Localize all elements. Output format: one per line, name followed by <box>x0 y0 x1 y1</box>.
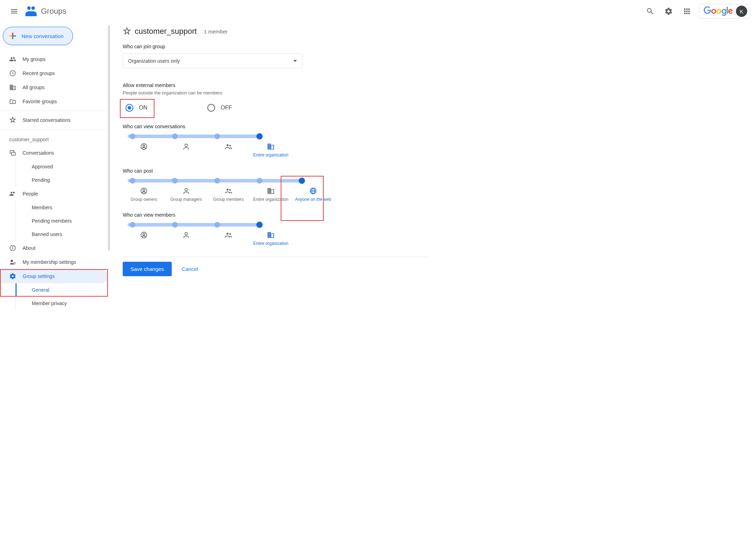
svg-rect-2 <box>12 33 13 36</box>
nav-all-groups[interactable]: All groups <box>0 80 108 94</box>
external-on-radio[interactable]: ON <box>126 104 147 112</box>
svg-point-16 <box>143 145 145 147</box>
org-icon <box>267 231 275 239</box>
opt-org-post[interactable]: Entire organization <box>250 186 292 203</box>
dropdown-icon <box>293 59 297 63</box>
nav-my-membership-label: My membership settings <box>23 259 76 265</box>
nav-banned-users[interactable]: Banned users <box>0 228 108 241</box>
external-off-radio[interactable]: OFF <box>207 104 232 112</box>
plus-icon <box>9 32 17 40</box>
page-title-row: customer_support 1 member <box>123 27 427 36</box>
off-label: OFF <box>221 105 232 111</box>
nav-my-groups[interactable]: My groups <box>0 52 108 66</box>
radio-selected-icon <box>126 104 133 112</box>
svg-rect-5 <box>13 35 16 37</box>
view-conv-label: Who can view conversations <box>123 124 427 129</box>
nav-my-membership[interactable]: My membership settings <box>0 255 108 269</box>
app-logo[interactable]: Groups <box>24 4 66 18</box>
svg-point-19 <box>229 145 231 147</box>
sidebar-group-label: customer_support <box>0 132 108 146</box>
owner-icon <box>140 187 148 195</box>
cancel-button[interactable]: Cancel <box>182 266 198 272</box>
nav-approved[interactable]: Approved <box>0 160 108 173</box>
members-icon <box>225 231 232 239</box>
svg-point-23 <box>227 188 229 191</box>
opt-owners-vm[interactable] <box>123 230 165 247</box>
opt-members-post[interactable]: Group members <box>207 186 250 203</box>
svg-point-14 <box>14 262 16 264</box>
who-can-join-value: Organization users only <box>128 58 180 64</box>
svg-point-22 <box>185 188 187 191</box>
opt-members-vm[interactable] <box>207 230 250 247</box>
account-chip[interactable]: K <box>699 4 750 19</box>
clock-icon <box>9 70 16 77</box>
opt-owners[interactable] <box>123 141 165 158</box>
who-can-join-label: Who can join group <box>123 44 427 49</box>
chat-icon <box>9 149 16 156</box>
save-button[interactable]: Save changes <box>123 262 172 276</box>
nav-recent-groups-label: Recent groups <box>23 70 55 76</box>
view-conv-slider[interactable]: Entire organization <box>123 134 427 158</box>
opt-org[interactable]: Entire organization <box>250 141 292 158</box>
external-members-label: Allow external members <box>123 82 427 88</box>
svg-point-17 <box>185 144 187 147</box>
opt-web-post[interactable]: Anyone on the web <box>292 186 334 203</box>
post-label: Who can post <box>123 168 427 174</box>
nav-pending-members[interactable]: Pending members <box>0 214 108 228</box>
nav-all-groups-label: All groups <box>23 85 44 90</box>
nav-general[interactable]: General <box>0 283 108 297</box>
nav-people[interactable]: People <box>0 187 108 201</box>
who-can-join-select[interactable]: Organization users only <box>123 54 303 68</box>
post-slider[interactable]: Group owners Group managers Group member… <box>123 178 427 203</box>
svg-rect-4 <box>10 35 12 37</box>
opt-managers-post[interactable]: Group managers <box>165 186 207 203</box>
nav-conversations-label: Conversations <box>23 150 54 156</box>
svg-point-1 <box>31 6 35 10</box>
owner-icon <box>140 143 148 150</box>
nav-pending[interactable]: Pending <box>0 173 108 187</box>
people-icon <box>9 190 16 197</box>
nav-starred-label: Starred conversations <box>23 117 71 123</box>
svg-point-12 <box>12 247 13 247</box>
app-header: Groups K <box>0 0 756 23</box>
search-button[interactable] <box>642 3 659 20</box>
nav-favorite-groups[interactable]: Favorite groups <box>0 94 108 109</box>
globe-icon <box>309 187 317 195</box>
owner-icon <box>140 231 148 239</box>
people-icon <box>9 56 16 63</box>
view-members-slider[interactable]: Entire organization <box>123 222 427 247</box>
opt-org-vm[interactable]: Entire organization <box>250 230 292 247</box>
opt-managers[interactable] <box>165 141 207 158</box>
nav-starred-conversations[interactable]: Starred conversations <box>0 113 108 127</box>
new-conversation-button[interactable]: New conversation <box>3 27 73 45</box>
members-icon <box>225 143 232 150</box>
svg-rect-3 <box>12 36 13 39</box>
nav-members[interactable]: Members <box>0 201 108 214</box>
nav-people-label: People <box>23 191 38 197</box>
nav-about[interactable]: About <box>0 241 108 255</box>
opt-managers-vm[interactable] <box>165 230 207 247</box>
gear-icon <box>9 273 16 280</box>
manager-icon <box>182 143 190 150</box>
svg-point-24 <box>229 189 231 191</box>
settings-button[interactable] <box>660 3 677 20</box>
nav-conversations[interactable]: Conversations <box>0 146 108 160</box>
gear-icon <box>664 7 673 16</box>
apps-button[interactable] <box>678 3 695 20</box>
apps-icon <box>683 7 691 16</box>
opt-owners-post[interactable]: Group owners <box>123 186 165 203</box>
nav-recent-groups[interactable]: Recent groups <box>0 66 108 80</box>
star-outline-icon[interactable] <box>123 27 131 36</box>
manager-icon <box>182 187 190 195</box>
nav-member-privacy[interactable]: Member privacy <box>0 297 108 310</box>
svg-rect-6 <box>12 35 13 37</box>
person-gear-icon <box>9 259 16 266</box>
nav-group-settings[interactable]: Group settings <box>0 269 108 283</box>
nav-my-groups-label: My groups <box>23 56 45 62</box>
opt-members[interactable] <box>207 141 250 158</box>
svg-rect-9 <box>12 152 16 155</box>
sidebar-scrollbar[interactable] <box>108 25 110 251</box>
main-menu-button[interactable] <box>6 3 23 20</box>
svg-point-32 <box>229 233 231 235</box>
folder-star-icon <box>9 98 16 105</box>
